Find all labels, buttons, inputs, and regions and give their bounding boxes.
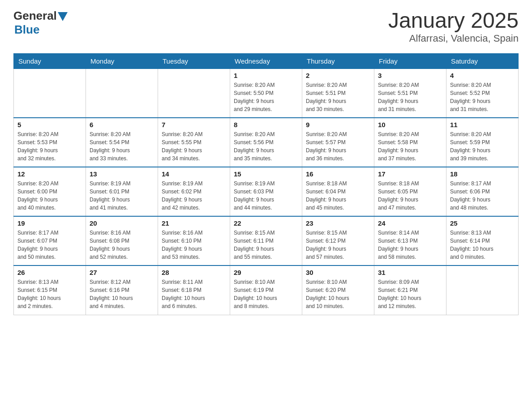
calendar-day-cell: 15Sunrise: 8:19 AM Sunset: 6:03 PM Dayli… bbox=[230, 167, 302, 216]
calendar-day-cell: 9Sunrise: 8:20 AM Sunset: 5:57 PM Daylig… bbox=[302, 118, 374, 167]
day-info: Sunrise: 8:12 AM Sunset: 6:16 PM Dayligh… bbox=[90, 278, 154, 310]
calendar-day-cell: 21Sunrise: 8:16 AM Sunset: 6:10 PM Dayli… bbox=[158, 216, 230, 265]
day-number: 24 bbox=[378, 219, 442, 227]
day-number: 3 bbox=[378, 72, 442, 79]
day-info: Sunrise: 8:17 AM Sunset: 6:07 PM Dayligh… bbox=[17, 229, 82, 261]
day-info: Sunrise: 8:18 AM Sunset: 6:04 PM Dayligh… bbox=[306, 180, 370, 212]
day-number: 28 bbox=[162, 269, 226, 276]
day-info: Sunrise: 8:18 AM Sunset: 6:05 PM Dayligh… bbox=[378, 180, 442, 212]
day-number: 27 bbox=[90, 269, 154, 276]
day-info: Sunrise: 8:14 AM Sunset: 6:13 PM Dayligh… bbox=[378, 229, 442, 261]
day-info: Sunrise: 8:11 AM Sunset: 6:18 PM Dayligh… bbox=[162, 278, 226, 310]
day-info: Sunrise: 8:20 AM Sunset: 5:55 PM Dayligh… bbox=[162, 130, 226, 163]
day-info: Sunrise: 8:20 AM Sunset: 5:59 PM Dayligh… bbox=[450, 130, 515, 163]
calendar-day-cell: 25Sunrise: 8:13 AM Sunset: 6:14 PM Dayli… bbox=[446, 216, 519, 265]
day-info: Sunrise: 8:19 AM Sunset: 6:01 PM Dayligh… bbox=[90, 180, 154, 212]
calendar-day-cell: 26Sunrise: 8:13 AM Sunset: 6:15 PM Dayli… bbox=[14, 265, 86, 315]
day-info: Sunrise: 8:20 AM Sunset: 5:51 PM Dayligh… bbox=[306, 81, 370, 113]
calendar-header-tuesday: Tuesday bbox=[158, 53, 230, 68]
day-number: 31 bbox=[378, 269, 442, 276]
day-number: 23 bbox=[306, 219, 370, 227]
day-info: Sunrise: 8:13 AM Sunset: 6:15 PM Dayligh… bbox=[17, 278, 82, 310]
day-info: Sunrise: 8:20 AM Sunset: 5:57 PM Dayligh… bbox=[306, 130, 370, 163]
calendar-day-cell: 27Sunrise: 8:12 AM Sunset: 6:16 PM Dayli… bbox=[86, 265, 158, 315]
calendar-day-cell: 23Sunrise: 8:15 AM Sunset: 6:12 PM Dayli… bbox=[302, 216, 374, 265]
calendar-day-cell bbox=[158, 68, 230, 118]
calendar-day-cell bbox=[14, 68, 86, 118]
day-number: 14 bbox=[162, 170, 226, 178]
day-number: 20 bbox=[90, 219, 154, 227]
day-number: 1 bbox=[234, 72, 298, 79]
calendar-day-cell: 14Sunrise: 8:19 AM Sunset: 6:02 PM Dayli… bbox=[158, 167, 230, 216]
calendar-day-cell: 8Sunrise: 8:20 AM Sunset: 5:56 PM Daylig… bbox=[230, 118, 302, 167]
calendar-day-cell: 20Sunrise: 8:16 AM Sunset: 6:08 PM Dayli… bbox=[86, 216, 158, 265]
day-number: 21 bbox=[162, 219, 226, 227]
svg-marker-0 bbox=[58, 12, 68, 21]
calendar-header-row: SundayMondayTuesdayWednesdayThursdayFrid… bbox=[14, 53, 519, 68]
day-info: Sunrise: 8:09 AM Sunset: 6:21 PM Dayligh… bbox=[378, 278, 442, 310]
day-info: Sunrise: 8:13 AM Sunset: 6:14 PM Dayligh… bbox=[450, 229, 515, 261]
calendar-day-cell: 24Sunrise: 8:14 AM Sunset: 6:13 PM Dayli… bbox=[374, 216, 446, 265]
calendar-week-row: 19Sunrise: 8:17 AM Sunset: 6:07 PM Dayli… bbox=[14, 216, 519, 265]
calendar-week-row: 12Sunrise: 8:20 AM Sunset: 6:00 PM Dayli… bbox=[14, 167, 519, 216]
calendar-day-cell: 22Sunrise: 8:15 AM Sunset: 6:11 PM Dayli… bbox=[230, 216, 302, 265]
calendar-week-row: 1Sunrise: 8:20 AM Sunset: 5:50 PM Daylig… bbox=[14, 68, 519, 118]
day-number: 19 bbox=[17, 219, 82, 227]
day-info: Sunrise: 8:15 AM Sunset: 6:12 PM Dayligh… bbox=[306, 229, 370, 261]
calendar-day-cell bbox=[86, 68, 158, 118]
calendar-header-sunday: Sunday bbox=[14, 53, 86, 68]
day-info: Sunrise: 8:20 AM Sunset: 5:51 PM Dayligh… bbox=[378, 81, 442, 113]
calendar-day-cell: 1Sunrise: 8:20 AM Sunset: 5:50 PM Daylig… bbox=[230, 68, 302, 118]
day-number: 29 bbox=[234, 269, 298, 276]
day-number: 13 bbox=[90, 170, 154, 178]
title-block: January 2025 Alfarrasi, Valencia, Spain bbox=[388, 9, 519, 44]
calendar-day-cell: 29Sunrise: 8:10 AM Sunset: 6:19 PM Dayli… bbox=[230, 265, 302, 315]
day-number: 10 bbox=[378, 121, 442, 128]
day-number: 7 bbox=[162, 121, 226, 128]
calendar-header-friday: Friday bbox=[374, 53, 446, 68]
day-info: Sunrise: 8:20 AM Sunset: 6:00 PM Dayligh… bbox=[17, 180, 82, 212]
page-subtitle: Alfarrasi, Valencia, Spain bbox=[388, 33, 519, 44]
calendar-day-cell: 4Sunrise: 8:20 AM Sunset: 5:52 PM Daylig… bbox=[446, 68, 519, 118]
day-info: Sunrise: 8:20 AM Sunset: 5:56 PM Dayligh… bbox=[234, 130, 298, 163]
day-number: 22 bbox=[234, 219, 298, 227]
calendar-day-cell: 12Sunrise: 8:20 AM Sunset: 6:00 PM Dayli… bbox=[14, 167, 86, 216]
day-info: Sunrise: 8:20 AM Sunset: 5:53 PM Dayligh… bbox=[17, 130, 82, 163]
day-info: Sunrise: 8:20 AM Sunset: 5:52 PM Dayligh… bbox=[450, 81, 515, 113]
day-info: Sunrise: 8:10 AM Sunset: 6:19 PM Dayligh… bbox=[234, 278, 298, 310]
day-number: 8 bbox=[234, 121, 298, 128]
day-number: 15 bbox=[234, 170, 298, 178]
calendar-header-saturday: Saturday bbox=[446, 53, 519, 68]
logo: General Blue bbox=[13, 9, 68, 37]
day-number: 26 bbox=[17, 269, 82, 276]
calendar-week-row: 5Sunrise: 8:20 AM Sunset: 5:53 PM Daylig… bbox=[14, 118, 519, 167]
calendar-day-cell: 16Sunrise: 8:18 AM Sunset: 6:04 PM Dayli… bbox=[302, 167, 374, 216]
day-info: Sunrise: 8:10 AM Sunset: 6:20 PM Dayligh… bbox=[306, 278, 370, 310]
day-number: 25 bbox=[450, 219, 515, 227]
calendar-header-thursday: Thursday bbox=[302, 53, 374, 68]
day-info: Sunrise: 8:19 AM Sunset: 6:02 PM Dayligh… bbox=[162, 180, 226, 212]
calendar-day-cell: 2Sunrise: 8:20 AM Sunset: 5:51 PM Daylig… bbox=[302, 68, 374, 118]
calendar-table: SundayMondayTuesdayWednesdayThursdayFrid… bbox=[13, 53, 519, 315]
calendar-day-cell: 3Sunrise: 8:20 AM Sunset: 5:51 PM Daylig… bbox=[374, 68, 446, 118]
day-info: Sunrise: 8:16 AM Sunset: 6:10 PM Dayligh… bbox=[162, 229, 226, 261]
page-title: January 2025 bbox=[388, 9, 519, 33]
calendar-header-monday: Monday bbox=[86, 53, 158, 68]
day-info: Sunrise: 8:20 AM Sunset: 5:50 PM Dayligh… bbox=[234, 81, 298, 113]
calendar-day-cell: 5Sunrise: 8:20 AM Sunset: 5:53 PM Daylig… bbox=[14, 118, 86, 167]
logo-blue-text: Blue bbox=[14, 23, 39, 37]
calendar-day-cell: 17Sunrise: 8:18 AM Sunset: 6:05 PM Dayli… bbox=[374, 167, 446, 216]
calendar-day-cell: 31Sunrise: 8:09 AM Sunset: 6:21 PM Dayli… bbox=[374, 265, 446, 315]
calendar-day-cell: 13Sunrise: 8:19 AM Sunset: 6:01 PM Dayli… bbox=[86, 167, 158, 216]
calendar-day-cell: 30Sunrise: 8:10 AM Sunset: 6:20 PM Dayli… bbox=[302, 265, 374, 315]
calendar-day-cell: 10Sunrise: 8:20 AM Sunset: 5:58 PM Dayli… bbox=[374, 118, 446, 167]
calendar-day-cell: 18Sunrise: 8:17 AM Sunset: 6:06 PM Dayli… bbox=[446, 167, 519, 216]
day-number: 6 bbox=[90, 121, 154, 128]
calendar-header-wednesday: Wednesday bbox=[230, 53, 302, 68]
calendar-day-cell: 19Sunrise: 8:17 AM Sunset: 6:07 PM Dayli… bbox=[14, 216, 86, 265]
day-number: 12 bbox=[17, 170, 82, 178]
day-info: Sunrise: 8:20 AM Sunset: 5:58 PM Dayligh… bbox=[378, 130, 442, 163]
day-info: Sunrise: 8:17 AM Sunset: 6:06 PM Dayligh… bbox=[450, 180, 515, 212]
calendar-week-row: 26Sunrise: 8:13 AM Sunset: 6:15 PM Dayli… bbox=[14, 265, 519, 315]
day-info: Sunrise: 8:20 AM Sunset: 5:54 PM Dayligh… bbox=[90, 130, 154, 163]
